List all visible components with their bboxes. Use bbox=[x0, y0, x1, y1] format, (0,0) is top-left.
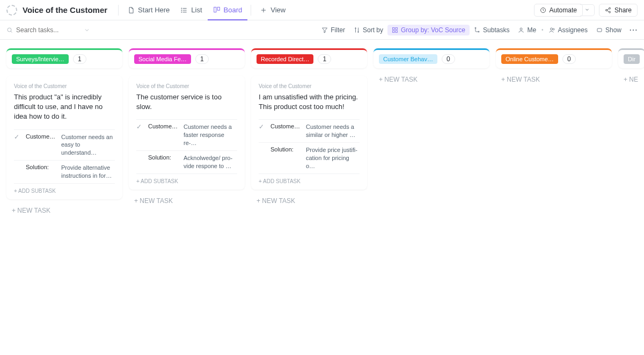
board-icon bbox=[213, 6, 221, 13]
field-value: Provide price justifi-cation for pricing… bbox=[306, 146, 360, 170]
automate-dropdown[interactable] bbox=[580, 4, 595, 16]
board-column: Social Media Fe…1Voice of the CustomerTh… bbox=[129, 48, 245, 205]
board-area: Surveys/Intervie…1Voice of the CustomerT… bbox=[0, 40, 644, 223]
field-row: Solution:Provide alternative instruction… bbox=[14, 160, 115, 183]
new-task-button[interactable]: + NE bbox=[618, 68, 644, 83]
svg-point-25 bbox=[520, 28, 522, 30]
task-card[interactable]: Voice of the CustomerThis product "a" is… bbox=[6, 76, 122, 199]
toolbar: Filter Sort by Group by: VoC Source Subt… bbox=[0, 20, 644, 40]
assignees-button[interactable]: Assignees bbox=[545, 25, 592, 35]
add-subtask-button[interactable]: + ADD SUBTASK bbox=[136, 173, 237, 185]
group-icon bbox=[392, 27, 398, 33]
divider bbox=[251, 5, 251, 16]
field-row: ✓Customer …Customer needs a faster respo… bbox=[136, 119, 237, 150]
automate-icon bbox=[540, 7, 546, 13]
column-chip: Customer Behav… bbox=[379, 54, 437, 64]
user-icon bbox=[518, 27, 524, 33]
add-subtask-button[interactable]: + ADD SUBTASK bbox=[259, 173, 360, 185]
field-label: Customer … bbox=[148, 123, 179, 129]
share-button[interactable]: Share bbox=[599, 4, 638, 17]
new-task-button[interactable]: + NEW TASK bbox=[496, 68, 612, 83]
svg-rect-21 bbox=[392, 31, 394, 33]
column-count: 0 bbox=[562, 54, 576, 64]
search-input[interactable] bbox=[16, 26, 80, 34]
column-chip: Dir bbox=[624, 54, 640, 64]
filter-icon bbox=[321, 27, 328, 33]
list-icon bbox=[180, 6, 188, 14]
column-count: 0 bbox=[442, 54, 455, 64]
automate-button[interactable]: Automate bbox=[534, 4, 583, 17]
new-task-button[interactable]: + NEW TASK bbox=[251, 190, 367, 205]
column-chip: Social Media Fe… bbox=[134, 54, 191, 64]
new-task-button[interactable]: + NEW TASK bbox=[374, 68, 489, 83]
svg-point-13 bbox=[609, 11, 610, 13]
field-value: Provide alternative instructions in for… bbox=[61, 164, 115, 180]
svg-line-17 bbox=[11, 31, 12, 33]
svg-point-27 bbox=[553, 28, 554, 30]
svg-rect-20 bbox=[396, 27, 398, 30]
tab-board[interactable]: Board bbox=[208, 0, 248, 20]
plus-icon bbox=[260, 6, 267, 14]
board-column: Online Custome…0+ NEW TASK bbox=[496, 48, 612, 83]
me-button[interactable]: Me bbox=[514, 25, 540, 35]
svg-rect-22 bbox=[396, 31, 398, 33]
share-icon bbox=[605, 7, 611, 13]
card-breadcrumb: Voice of the Customer bbox=[259, 83, 360, 89]
group-by-button[interactable]: Group by: VoC Source bbox=[387, 25, 470, 35]
field-label: Customer … bbox=[26, 133, 57, 140]
divider bbox=[118, 5, 119, 16]
share-label: Share bbox=[614, 6, 632, 14]
column-header[interactable]: Online Custome…0 bbox=[496, 48, 612, 68]
chevron-down-icon[interactable] bbox=[84, 27, 90, 33]
tab-label: List bbox=[191, 6, 202, 14]
svg-point-16 bbox=[8, 28, 11, 32]
column-header[interactable]: Dir bbox=[618, 48, 644, 68]
subtasks-icon bbox=[474, 27, 480, 33]
tab-label: Board bbox=[224, 6, 243, 14]
tab-label: Start Here bbox=[138, 6, 170, 14]
field-row: Solution:Provide price justifi-cation fo… bbox=[259, 142, 360, 173]
field-row: ✓Customer …Customer needs a similar or h… bbox=[259, 119, 360, 142]
tab-list[interactable]: List bbox=[175, 0, 207, 20]
field-value: Customer needs a similar or higher … bbox=[306, 123, 360, 139]
check-icon: ✓ bbox=[14, 133, 21, 141]
column-header[interactable]: Surveys/Intervie…1 bbox=[6, 48, 122, 68]
dot-separator: • bbox=[541, 27, 544, 33]
field-value: Customer needs an easy to understand… bbox=[61, 133, 115, 157]
sort-icon bbox=[354, 27, 360, 33]
sort-button[interactable]: Sort by bbox=[349, 25, 387, 35]
svg-point-12 bbox=[605, 9, 607, 11]
new-task-button[interactable]: + NEW TASK bbox=[129, 190, 245, 205]
board-column: Surveys/Intervie…1Voice of the CustomerT… bbox=[6, 48, 122, 214]
workspace-icon bbox=[6, 5, 17, 16]
field-row: Solution:Acknolwedge/ pro-vide respone t… bbox=[136, 150, 237, 173]
subtasks-button[interactable]: Subtasks bbox=[470, 25, 514, 35]
column-chip: Online Custome… bbox=[501, 54, 558, 64]
card-title: The customer service is too slow. bbox=[136, 92, 237, 112]
column-header[interactable]: Customer Behav…0 bbox=[374, 48, 489, 68]
show-button[interactable]: Show bbox=[592, 25, 626, 35]
column-header[interactable]: Recorded Direct…1 bbox=[251, 48, 367, 68]
task-card[interactable]: Voice of the CustomerThe customer servic… bbox=[129, 76, 245, 190]
board-column: Dir+ NE bbox=[618, 48, 644, 83]
svg-rect-19 bbox=[392, 27, 394, 30]
filter-button[interactable]: Filter bbox=[317, 25, 349, 35]
field-label: Solution: bbox=[26, 164, 57, 170]
column-header[interactable]: Social Media Fe…1 bbox=[129, 48, 245, 68]
tab-start-here[interactable]: Start Here bbox=[122, 0, 175, 20]
column-count: 1 bbox=[318, 54, 331, 64]
task-card[interactable]: Voice of the CustomerI am unsatisfied wi… bbox=[251, 76, 367, 190]
field-label: Customer … bbox=[270, 123, 302, 129]
new-task-button[interactable]: + NEW TASK bbox=[6, 199, 122, 214]
svg-rect-6 bbox=[214, 7, 216, 12]
svg-point-4 bbox=[181, 10, 182, 10]
tab-add-view[interactable]: View bbox=[254, 0, 291, 20]
svg-point-26 bbox=[550, 28, 552, 30]
field-value: Customer needs a faster response re-… bbox=[184, 123, 237, 147]
svg-point-11 bbox=[609, 8, 610, 9]
column-chip: Surveys/Intervie… bbox=[12, 54, 69, 64]
automate-label: Automate bbox=[550, 6, 577, 14]
add-subtask-button[interactable]: + ADD SUBTASK bbox=[14, 183, 115, 195]
more-menu[interactable]: ⋯ bbox=[629, 25, 638, 35]
card-breadcrumb: Voice of the Customer bbox=[14, 83, 115, 89]
